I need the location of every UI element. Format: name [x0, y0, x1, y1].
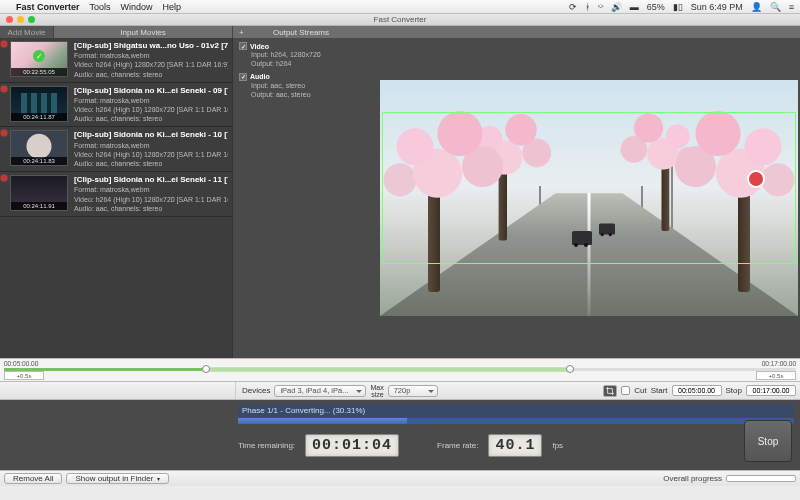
chevron-down-icon: ▾	[157, 475, 160, 482]
timeline-start-label: 00:05:00.00	[4, 360, 38, 367]
window-title: Fast Converter	[374, 15, 427, 24]
main-area: ✓00:22:55.05[Clip-sub] Shigatsu wa...no …	[0, 38, 800, 358]
menu-help[interactable]: Help	[163, 2, 182, 12]
in-point-handle[interactable]	[202, 365, 210, 373]
thumbnail[interactable]: 00:24:11.83	[10, 130, 68, 166]
movie-audio: Audio: aac, channels: stereo	[74, 159, 228, 168]
step-left[interactable]: +0.5s	[4, 371, 44, 380]
movie-format: Format: matroska,webm	[74, 141, 228, 150]
clock[interactable]: Sun 6:49 PM	[691, 2, 743, 12]
movie-format: Format: matroska,webm	[74, 51, 228, 60]
duration-label: 00:24:11.87	[11, 113, 67, 121]
movie-item[interactable]: 00:24:11.87[Clip-sub] Sidonia no Ki...ei…	[0, 83, 232, 128]
stream-video-row[interactable]: ✓ Video	[239, 42, 372, 50]
app-menu[interactable]: Fast Converter	[16, 2, 80, 12]
thumbnail[interactable]: 00:24:11.91	[10, 175, 68, 211]
movie-item[interactable]: 00:24:11.91[Clip-sub] Sidonia no Ki...ei…	[0, 172, 232, 217]
add-stream-button[interactable]: +	[239, 28, 244, 37]
start-label: Start	[651, 386, 668, 395]
time-remaining-lcd: 00:01:04	[305, 434, 399, 457]
timeline-track[interactable]	[4, 368, 796, 371]
bluetooth-icon[interactable]: ᚼ	[585, 2, 590, 12]
thumbnail[interactable]: ✓00:22:55.05	[10, 41, 68, 77]
selection-range[interactable]	[202, 367, 574, 372]
movie-audio: Audio: aac, channels: stereo	[74, 114, 228, 123]
movie-audio: Audio: aac, channels: stereo	[74, 70, 228, 79]
stream-audio-output: Output: aac, stereo	[239, 90, 372, 99]
stream-audio-input: Input: aac, stereo	[239, 81, 372, 90]
input-movies-list: ✓00:22:55.05[Clip-sub] Shigatsu wa...no …	[0, 38, 232, 358]
stream-audio-row[interactable]: ✓ Audio	[239, 73, 372, 81]
duration-label: 00:24:11.91	[11, 202, 67, 210]
movie-video: Video: h264 (High 10) 1280x720 [SAR 1:1 …	[74, 150, 228, 159]
movie-format: Format: matroska,webm	[74, 96, 228, 105]
checkbox-icon[interactable]: ✓	[239, 42, 247, 50]
close-window-button[interactable]	[6, 16, 13, 23]
progress-panel: Phase 1/1 - Converting... (30.31%) Time …	[0, 400, 800, 470]
battery-text: 65%	[647, 2, 665, 12]
maxsize-dropdown[interactable]: 720p	[388, 385, 438, 397]
overall-progress-bar	[726, 475, 796, 482]
user-icon[interactable]: 👤	[751, 2, 762, 12]
wifi-icon[interactable]: ⌔	[598, 2, 603, 12]
input-movies-header: Input Movies	[54, 26, 232, 38]
volume-icon[interactable]: 🔊	[611, 2, 622, 12]
record-indicator-icon	[1, 41, 7, 47]
movie-title: [Clip-sub] Sidonia no Ki...ei Seneki - 0…	[74, 86, 228, 96]
progress-bar	[238, 418, 794, 424]
cut-checkbox[interactable]	[621, 386, 630, 395]
zoom-window-button[interactable]	[28, 16, 35, 23]
movie-item[interactable]: ✓00:22:55.05[Clip-sub] Shigatsu wa...no …	[0, 38, 232, 83]
output-streams-panel: ✓ Video Input: h264, 1280x720 Output: h2…	[232, 38, 378, 358]
menu-extra-icon[interactable]: ≡	[789, 2, 794, 12]
movie-item[interactable]: 00:24:11.83[Clip-sub] Sidonia no Ki...ei…	[0, 127, 232, 172]
maxsize-label2: size	[370, 391, 383, 398]
sync-icon[interactable]: ⟳	[569, 2, 577, 12]
cut-label: Cut	[634, 386, 646, 395]
traffic-lights	[6, 16, 35, 23]
checkbox-icon[interactable]: ✓	[239, 73, 247, 81]
record-indicator-icon	[1, 86, 7, 92]
add-movie-button[interactable]: Add Movie	[0, 26, 54, 38]
stream-video-label: Video	[250, 43, 269, 50]
checkmark-icon: ✓	[33, 50, 45, 62]
frame-rate-lcd: 40.1	[488, 434, 542, 457]
step-right[interactable]: +0.5s	[756, 371, 796, 380]
minimize-window-button[interactable]	[17, 16, 24, 23]
record-indicator-icon	[1, 175, 7, 181]
timeline-end-label: 00:17:00.00	[762, 360, 796, 367]
window-titlebar[interactable]: Fast Converter	[0, 14, 800, 26]
stop-label: Stop	[726, 386, 742, 395]
phase-label: Phase 1/1 - Converting... (30.31%)	[238, 404, 794, 417]
thumbnail[interactable]: 00:24:11.87	[10, 86, 68, 122]
movie-video: Video: h264 (High 10) 1280x720 [SAR 1:1 …	[74, 195, 228, 204]
crop-overlay[interactable]	[382, 112, 796, 264]
bottom-bar: Remove All Show output in Finder ▾ Overa…	[0, 470, 800, 486]
flag-icon[interactable]: ▬	[630, 2, 639, 12]
stream-video-input: Input: h264, 1280x720	[239, 50, 372, 59]
crop-button[interactable]	[603, 385, 617, 397]
output-streams-header: Output Streams	[273, 28, 329, 37]
stream-audio-label: Audio	[250, 73, 270, 80]
mac-menubar: Fast Converter Tools Window Help ⟳ ᚼ ⌔ 🔊…	[0, 0, 800, 14]
stream-video-output: Output: h264	[239, 59, 372, 68]
movie-audio: Audio: aac, channels: stereo	[74, 204, 228, 213]
maxsize-label: Max	[370, 384, 383, 391]
stop-time-field[interactable]: 00:17:00.00	[746, 385, 796, 396]
record-indicator-icon	[1, 130, 7, 136]
devices-dropdown[interactable]: iPad 3, iPad 4, iPa...	[274, 385, 366, 397]
menu-tools[interactable]: Tools	[90, 2, 111, 12]
stop-button[interactable]: Stop	[744, 420, 792, 462]
battery-icon[interactable]: ▮▯	[673, 2, 683, 12]
duration-label: 00:22:55.05	[11, 68, 67, 76]
show-output-button[interactable]: Show output in Finder ▾	[66, 473, 169, 484]
start-time-field[interactable]: 00:05:00.00	[672, 385, 722, 396]
spotlight-icon[interactable]: 🔍	[770, 2, 781, 12]
timeline[interactable]: 00:05:00.00 00:17:00.00 +0.5s +0.5s	[0, 358, 800, 382]
remove-all-button[interactable]: Remove All	[4, 473, 62, 484]
fps-label: fps	[552, 441, 563, 450]
preview-image[interactable]	[380, 80, 798, 316]
movie-video: Video: h264 (High 10) 1280x720 [SAR 1:1 …	[74, 105, 228, 114]
menu-window[interactable]: Window	[121, 2, 153, 12]
column-headers: Add Movie Input Movies + Output Streams	[0, 26, 800, 38]
